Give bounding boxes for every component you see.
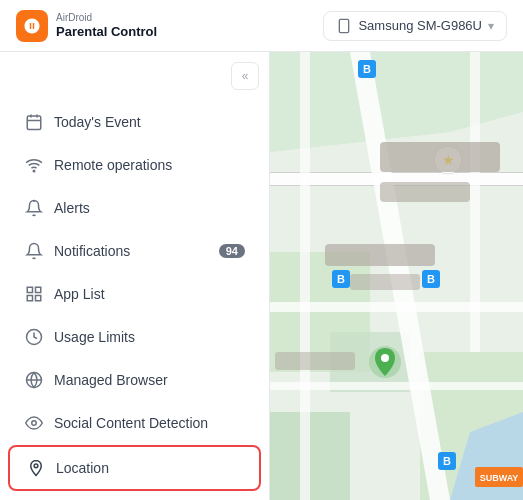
svg-text:B: B <box>363 63 371 75</box>
svg-rect-49 <box>275 352 355 370</box>
svg-text:B: B <box>337 273 345 285</box>
svg-point-42 <box>381 354 389 362</box>
notifications-badge: 94 <box>219 244 245 258</box>
app-list-label: App List <box>54 286 245 302</box>
map-area[interactable]: B B B B ★ <box>270 52 523 500</box>
location-icon <box>26 458 46 478</box>
logo-area: AirDroid Parental Control <box>16 10 157 42</box>
svg-text:B: B <box>443 455 451 467</box>
svg-point-15 <box>32 421 37 426</box>
svg-rect-31 <box>470 52 480 352</box>
device-name: Samsung SM-G986U <box>358 18 482 33</box>
sidebar-item-location[interactable]: Location <box>8 445 261 491</box>
main-layout: « Today's Event Remote operatio <box>0 52 523 500</box>
location-label: Location <box>56 460 243 476</box>
svg-rect-47 <box>325 244 435 266</box>
chevron-down-icon: ▾ <box>488 19 494 33</box>
bell-icon <box>24 241 44 261</box>
device-icon <box>336 18 352 34</box>
sidebar-item-managed-browser[interactable]: Managed Browser <box>8 359 261 401</box>
collapse-icon: « <box>242 69 249 83</box>
svg-rect-30 <box>300 52 310 500</box>
svg-rect-32 <box>270 382 523 390</box>
social-content-detection-label: Social Content Detection <box>54 415 245 431</box>
sidebar-item-alerts[interactable]: Alerts <box>8 187 261 229</box>
bell-alert-icon <box>24 198 44 218</box>
sidebar-item-app-list[interactable]: App List <box>8 273 261 315</box>
svg-rect-48 <box>350 274 420 290</box>
svg-rect-11 <box>36 296 41 301</box>
sidebar-item-remote-operations[interactable]: Remote operations <box>8 144 261 186</box>
usage-limits-label: Usage Limits <box>54 329 245 345</box>
eye-icon <box>24 413 44 433</box>
sidebar-item-usage-limits[interactable]: Usage Limits <box>8 316 261 358</box>
remote-operations-label: Remote operations <box>54 157 245 173</box>
logo-text: AirDroid Parental Control <box>56 12 157 40</box>
svg-rect-45 <box>380 142 500 172</box>
collapse-button[interactable]: « <box>231 62 259 90</box>
svg-rect-0 <box>340 19 349 32</box>
map-view: B B B B ★ <box>270 52 523 500</box>
svg-rect-46 <box>380 182 470 202</box>
airdroid-logo-icon <box>16 10 48 42</box>
header: AirDroid Parental Control Samsung SM-G98… <box>0 0 523 52</box>
notifications-label: Notifications <box>54 243 209 259</box>
managed-browser-label: Managed Browser <box>54 372 245 388</box>
svg-rect-2 <box>27 116 41 130</box>
logo-product: Parental Control <box>56 24 157 40</box>
apps-icon <box>24 284 44 304</box>
alerts-label: Alerts <box>54 200 245 216</box>
remote-icon <box>24 155 44 175</box>
svg-rect-10 <box>27 296 32 301</box>
sidebar: « Today's Event Remote operatio <box>0 52 270 500</box>
svg-rect-9 <box>36 287 41 292</box>
sidebar-item-notifications[interactable]: Notifications 94 <box>8 230 261 272</box>
nav-list: Today's Event Remote operations <box>0 92 269 500</box>
sidebar-item-todays-event[interactable]: Today's Event <box>8 101 261 143</box>
svg-text:B: B <box>427 273 435 285</box>
logo-brand: AirDroid <box>56 12 157 24</box>
sidebar-item-check-permissions[interactable]: Check Permissions <box>8 492 261 500</box>
sidebar-item-social-content-detection[interactable]: Social Content Detection <box>8 402 261 444</box>
device-selector[interactable]: Samsung SM-G986U ▾ <box>323 11 507 41</box>
clock-icon <box>24 327 44 347</box>
svg-text:SUBWAY: SUBWAY <box>480 473 519 483</box>
todays-event-label: Today's Event <box>54 114 245 130</box>
svg-point-6 <box>33 170 35 172</box>
browser-icon <box>24 370 44 390</box>
calendar-icon <box>24 112 44 132</box>
svg-rect-8 <box>27 287 32 292</box>
svg-point-16 <box>34 464 38 468</box>
